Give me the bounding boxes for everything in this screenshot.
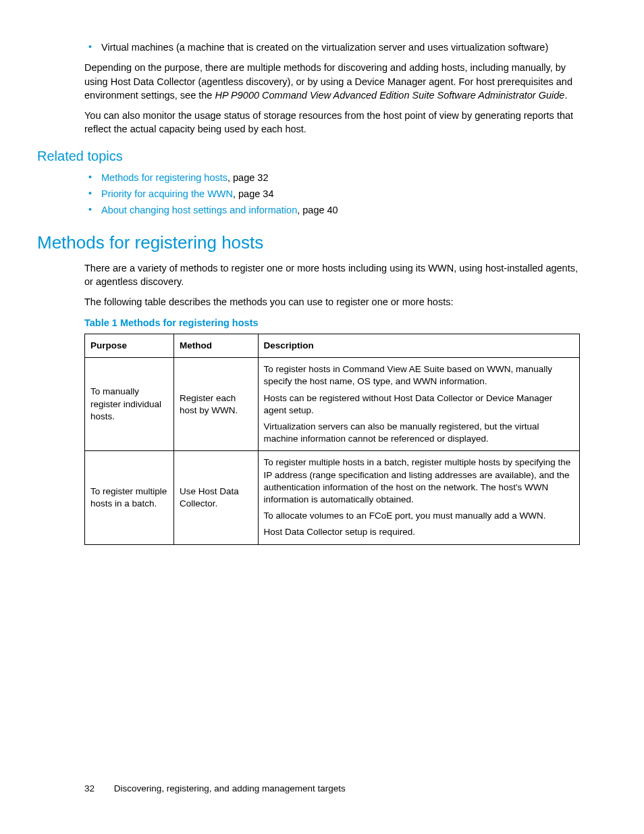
document-page: Virtual machines (a machine that is crea… [0, 0, 644, 834]
footer-chapter-title: Discovering, registering, and adding man… [114, 783, 346, 793]
cell-description-line: Virtualization servers can also be manua… [264, 421, 574, 445]
related-topics-block: Methods for registering hosts, page 32 P… [84, 171, 580, 217]
paragraph-text: . [564, 90, 567, 101]
cell-purpose: To register multiple hosts in a batch. [85, 451, 174, 544]
cell-description-line: Hosts can be registered without Host Dat… [264, 392, 574, 417]
related-topics-heading: Related topics [37, 149, 580, 164]
link-suffix: , page 40 [297, 205, 338, 215]
link-suffix: , page 32 [227, 172, 268, 183]
page-number: 32 [84, 783, 95, 793]
column-header-description: Description [258, 334, 579, 357]
table-row: To register multiple hosts in a batch. U… [85, 451, 580, 544]
link-about-changing-host-settings[interactable]: About changing host settings and informa… [101, 205, 297, 215]
paragraph-methods-overview: Depending on the purpose, there are mult… [84, 61, 580, 102]
column-header-purpose: Purpose [85, 334, 174, 357]
cell-description: To register hosts in Command View AE Sui… [258, 358, 579, 451]
reference-doc-title: HP P9000 Command View Advanced Edition S… [215, 90, 564, 101]
table-row: To manually register individual hosts. R… [85, 358, 580, 451]
table-caption: Table 1 Methods for registering hosts [84, 316, 580, 330]
table-header-row: Purpose Method Description [85, 334, 580, 357]
cell-description-line: To register hosts in Command View AE Sui… [264, 363, 574, 388]
cell-description-line: To allocate volumes to an FCoE port, you… [264, 510, 574, 522]
cell-method: Register each host by WWN. [173, 358, 258, 451]
cell-purpose: To manually register individual hosts. [85, 358, 174, 451]
cell-description-line: Host Data Collector setup is required. [264, 526, 574, 538]
section-paragraph-1: There are a variety of methods to regist… [84, 261, 580, 289]
body-content: Virtual machines (a machine that is crea… [84, 41, 580, 136]
section-heading-methods-registering-hosts: Methods for registering hosts [37, 232, 580, 253]
related-topic-item: About changing host settings and informa… [84, 203, 580, 217]
column-header-method: Method [173, 334, 258, 357]
cell-description: To register multiple hosts in a batch, r… [258, 451, 579, 544]
section-body: There are a variety of methods to regist… [84, 261, 580, 545]
cell-description-line: To register multiple hosts in a batch, r… [264, 457, 574, 506]
intro-bullet-list: Virtual machines (a machine that is crea… [84, 41, 580, 54]
link-priority-acquiring-wwn[interactable]: Priority for acquiring the WWN [101, 188, 233, 199]
paragraph-monitor-usage: You can also monitor the usage status of… [84, 109, 580, 136]
table-methods-registering-hosts: Purpose Method Description To manually r… [84, 334, 580, 545]
bullet-virtual-machines: Virtual machines (a machine that is crea… [84, 41, 580, 54]
cell-method: Use Host Data Collector. [173, 451, 258, 544]
related-topics-list: Methods for registering hosts, page 32 P… [84, 171, 580, 217]
related-topic-item: Priority for acquiring the WWN, page 34 [84, 187, 580, 201]
related-topic-item: Methods for registering hosts, page 32 [84, 171, 580, 184]
section-paragraph-2: The following table describes the method… [84, 295, 580, 309]
link-methods-registering-hosts[interactable]: Methods for registering hosts [101, 172, 227, 183]
link-suffix: , page 34 [233, 188, 273, 199]
page-footer: 32 Discovering, registering, and adding … [84, 783, 346, 793]
